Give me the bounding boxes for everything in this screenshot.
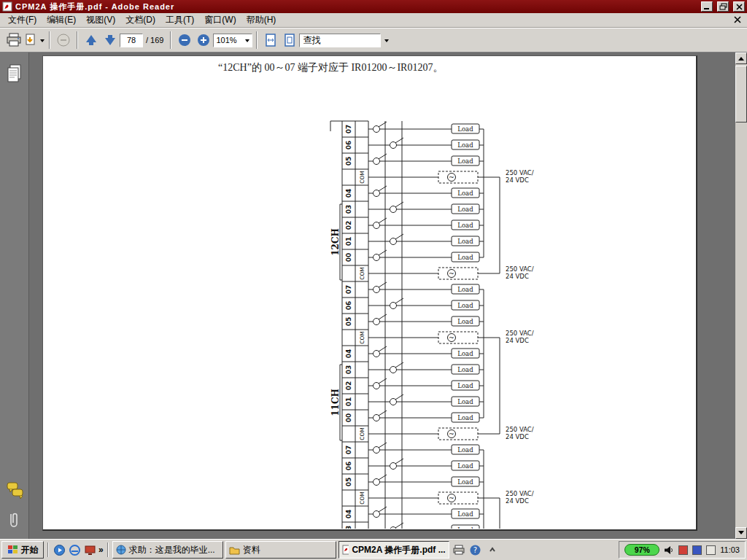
ime-red-icon[interactable] [678, 545, 688, 555]
print-button[interactable] [4, 31, 23, 50]
svg-text:Load: Load [457, 222, 473, 229]
close-button[interactable] [733, 1, 745, 12]
find-input[interactable] [299, 34, 381, 47]
fit-width-button[interactable] [261, 31, 280, 50]
up-arrow-icon [84, 33, 98, 47]
volume-icon[interactable] [664, 545, 674, 555]
task-button-pdf[interactable]: CPM2A 操作手册.pdf ... [338, 541, 449, 559]
svg-text:~: ~ [449, 430, 454, 438]
svg-text:12CH: 12CH [330, 228, 341, 256]
svg-text:06: 06 [345, 301, 352, 311]
export-button[interactable] [23, 31, 45, 50]
task-label: 求助：这是我的毕业... [129, 544, 215, 556]
menu-view[interactable]: 视图(V) [81, 12, 120, 28]
svg-text:Load: Load [457, 238, 473, 245]
printer-status-button[interactable] [452, 542, 466, 557]
find-options-button[interactable] [381, 31, 392, 50]
desktop-launcher[interactable] [83, 543, 96, 556]
fit-page-button[interactable] [280, 31, 299, 50]
menu-window[interactable]: 窗口(W) [199, 12, 241, 28]
quick-launch-overflow[interactable]: » [98, 545, 104, 555]
menu-tools[interactable]: 工具(T) [160, 12, 199, 28]
svg-text:Load: Load [457, 206, 473, 213]
battery-indicator[interactable]: 97% [624, 544, 659, 556]
svg-text:03: 03 [345, 365, 352, 375]
fit-page-icon [282, 33, 297, 47]
task-label: CPM2A 操作手册.pdf ... [352, 544, 445, 556]
menu-help[interactable]: 帮助(H) [241, 12, 282, 28]
pages-panel-button[interactable] [7, 64, 24, 85]
svg-text:Load: Load [457, 366, 473, 373]
minimize-button[interactable] [701, 1, 713, 12]
menu-document[interactable]: 文档(D) [120, 12, 160, 28]
svg-text:03: 03 [345, 205, 352, 214]
main-area: “12CH”的 00～07 端子对应于 IR01200～IR01207。 07L… [0, 52, 747, 539]
toolbar-separator [256, 31, 258, 49]
zoom-level-select[interactable]: 101% [213, 34, 252, 47]
comments-panel-button[interactable] [7, 481, 24, 502]
svg-text:Load: Load [457, 254, 473, 261]
svg-text:05: 05 [345, 317, 352, 327]
svg-text:24 VDC: 24 VDC [506, 433, 529, 440]
svg-text:07: 07 [345, 446, 352, 455]
svg-text:Load: Load [457, 350, 473, 357]
restore-icon [719, 3, 727, 10]
svg-text:01: 01 [345, 397, 352, 407]
svg-text:COM: COM [359, 331, 365, 344]
webpage-icon [116, 545, 126, 555]
svg-text:Load: Load [457, 286, 473, 293]
svg-text:24 VDC: 24 VDC [506, 337, 529, 344]
svg-text:24 VDC: 24 VDC [506, 273, 529, 280]
menu-file[interactable]: 文件(F) [3, 12, 42, 28]
page-number-input[interactable] [120, 34, 143, 47]
page-total-label: / 169 [146, 36, 163, 44]
next-page-button[interactable] [101, 31, 120, 50]
svg-text:02: 02 [345, 221, 352, 230]
vertical-scrollbar[interactable] [735, 52, 747, 539]
window-title: CPM2A 操作手册.pdf - Adobe Reader [15, 1, 697, 12]
dropdown-caret-icon [245, 39, 249, 44]
start-button[interactable]: 开始 [1, 541, 44, 559]
previous-view-button[interactable] [54, 31, 73, 50]
paperclip-icon [7, 512, 21, 531]
task-button-browser[interactable]: 求助：这是我的毕业... [112, 541, 223, 559]
scroll-up-button[interactable] [735, 52, 747, 64]
restore-button[interactable] [717, 1, 729, 12]
task-button-folder[interactable]: 资料 [225, 541, 336, 559]
zoom-in-button[interactable] [194, 31, 213, 50]
svg-text:24 VDC: 24 VDC [506, 176, 529, 184]
taskbar: 开始 » 求助：这是我的毕业... 资料 CPM2A 操作手册.pd [0, 539, 747, 560]
attachments-panel-button[interactable] [7, 512, 24, 532]
keyboard-icon[interactable] [706, 545, 716, 555]
printer-icon [6, 33, 22, 47]
show-hidden-icons-button[interactable] [485, 542, 500, 557]
scrollbar-thumb[interactable] [735, 66, 747, 122]
previous-page-button[interactable] [82, 31, 101, 50]
start-label: 开始 [21, 544, 39, 556]
toolbar-separator [77, 31, 78, 49]
help-button[interactable]: ? [468, 542, 483, 557]
svg-text:250 VAC/: 250 VAC/ [506, 426, 534, 433]
svg-text:250 VAC/: 250 VAC/ [506, 330, 534, 337]
svg-text:04: 04 [345, 189, 352, 198]
help-icon: ? [470, 545, 481, 556]
document-area[interactable]: “12CH”的 00～07 端子对应于 IR01200～IR01207。 07L… [29, 52, 735, 539]
printer-icon [453, 545, 465, 555]
scroll-down-button[interactable] [735, 527, 747, 539]
zoom-out-button[interactable] [175, 31, 194, 50]
document-close-button[interactable] [734, 16, 741, 25]
menu-edit[interactable]: 编辑(E) [42, 12, 81, 28]
ime-blue-icon[interactable] [692, 545, 702, 555]
export-icon [24, 33, 39, 47]
media-player-launcher[interactable] [53, 543, 66, 556]
svg-text:04: 04 [345, 510, 352, 519]
internet-explorer-launcher[interactable] [68, 543, 81, 556]
fit-width-icon [263, 33, 278, 47]
down-arrow-icon [103, 33, 117, 47]
svg-text:Load: Load [457, 478, 473, 486]
toolbar-separator [170, 31, 171, 49]
adobe-reader-icon [2, 1, 12, 12]
svg-text:07: 07 [345, 125, 352, 134]
pdf-page[interactable]: “12CH”的 00～07 端子对应于 IR01200～IR01207。 07L… [42, 55, 697, 531]
close-icon [734, 16, 741, 23]
